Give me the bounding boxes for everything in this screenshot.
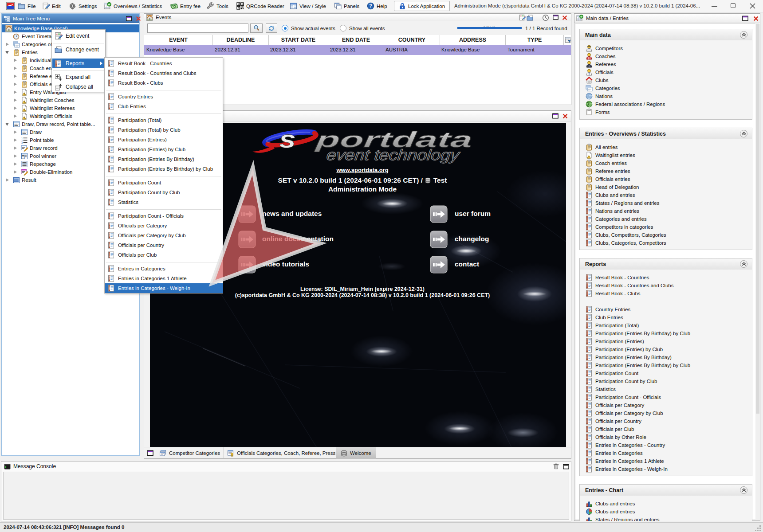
svg-text:s: s [279, 126, 296, 153]
svg-text:event technology: event technology [326, 146, 461, 163]
